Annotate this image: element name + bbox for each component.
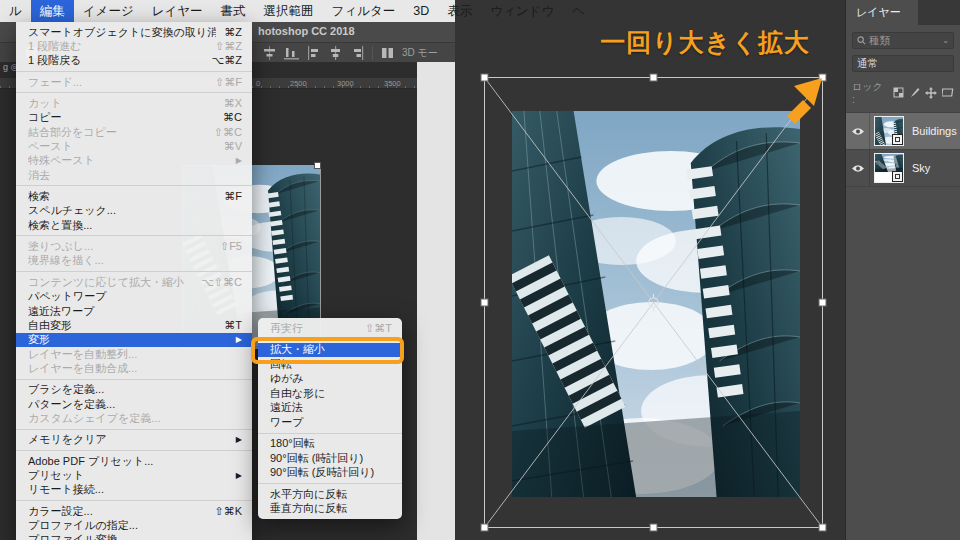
edit-menu-item-9: ペースト⌘V <box>16 139 252 153</box>
edit-menu-item-40[interactable]: プロファイル変換... <box>16 533 252 540</box>
edit-menu-item-13[interactable]: 検索⌘F <box>16 189 252 203</box>
edit-menu-item-11: 消去 <box>16 168 252 182</box>
brush-lock-icon[interactable] <box>909 87 920 98</box>
edit-menu-item-shortcut: ⌘C <box>223 111 242 124</box>
ruler-tick-label: 2500 <box>290 79 307 88</box>
menubar-item-2[interactable]: イメージ <box>74 0 143 22</box>
transform-submenu-item-4[interactable]: ゆがみ <box>258 372 402 387</box>
menubar-item-5[interactable]: 選択範囲 <box>255 0 323 22</box>
layer-name[interactable]: Buildings <box>912 125 957 137</box>
edit-menu-item-2[interactable]: 1 段階戻る⌥⌘Z <box>16 54 252 68</box>
edit-menu-item-label: 特殊ペースト <box>28 153 228 168</box>
edit-menu-item-36[interactable]: リモート接続... <box>16 483 252 497</box>
distribute-horizontal-centers-icon[interactable] <box>328 46 343 60</box>
edit-menu-item-shortcut: ⌘V <box>224 140 242 153</box>
layer-filter-field[interactable]: 種類 ⌄ <box>852 32 954 49</box>
menubar-item-3[interactable]: レイヤー <box>143 0 212 22</box>
align-vertical-centers-icon[interactable] <box>262 46 277 60</box>
edit-menu-separator <box>16 185 252 186</box>
distribute-right-edges-icon[interactable] <box>350 46 365 60</box>
edit-menu-item-39[interactable]: プロファイルの指定... <box>16 518 252 532</box>
edit-menu-item-34[interactable]: Adobe PDF プリセット... <box>16 454 252 468</box>
layer-filter-value: 種類 <box>869 34 939 48</box>
move-lock-icon[interactable] <box>925 87 937 99</box>
transform-submenu-item-label: 水平方向に反転 <box>270 487 392 502</box>
chevron-down-icon: ⌄ <box>942 36 949 45</box>
submenu-arrow-icon: ▶ <box>236 471 242 480</box>
menubar-item-7[interactable]: 3D <box>404 0 438 22</box>
edit-menu-item-29[interactable]: パターンを定義... <box>16 397 252 411</box>
smart-object-badge-icon <box>892 134 903 145</box>
edit-menu-item-label: スマートオブジェクトに変換の取り消し <box>28 25 216 40</box>
artboard-lock-icon[interactable] <box>942 87 954 98</box>
layer-thumbnail[interactable] <box>874 116 904 146</box>
transparency-lock-icon[interactable] <box>893 87 904 98</box>
visibility-toggle[interactable] <box>846 150 870 186</box>
edit-menu-dropdown: スマートオブジェクトに変換の取り消し⌘Z1 段階進む⇧⌘Z1 段階戻る⌥⌘Zフェ… <box>16 22 252 540</box>
window-title: hotoshop CC 2018 <box>258 25 355 37</box>
edit-menu-item-label: 消去 <box>28 168 242 183</box>
layer-row-sky[interactable]: Sky <box>846 150 960 187</box>
transform-overlay <box>455 0 845 540</box>
columns-icon[interactable] <box>380 46 395 60</box>
transform-handle[interactable] <box>314 162 321 169</box>
edit-menu-item-shortcut: ⌘T <box>224 319 242 332</box>
edit-menu-item-label: カラー設定... <box>28 504 206 519</box>
blend-mode-select[interactable]: 通常 <box>852 55 954 72</box>
edit-menu-item-21[interactable]: パペットワープ <box>16 290 252 304</box>
edit-menu-item-shortcut: ⌥⇧⌘C <box>201 276 242 289</box>
edit-menu-item-7[interactable]: コピー⌘C <box>16 111 252 125</box>
edit-menu-item-label: 塗りつぶし... <box>28 239 212 254</box>
edit-menu-item-38[interactable]: カラー設定...⇧⌘K <box>16 504 252 518</box>
edit-menu-item-label: ペースト <box>28 139 216 154</box>
menubar-item-10[interactable]: ヘ <box>563 0 594 22</box>
transform-submenu-item-10[interactable]: 90°回転 (時計回り) <box>258 451 402 466</box>
edit-menu-item-14[interactable]: スペルチェック... <box>16 204 252 218</box>
menubar-item-0[interactable]: ル <box>0 0 31 22</box>
edit-menu-item-35[interactable]: プリセット▶ <box>16 468 252 482</box>
visibility-toggle[interactable] <box>846 113 870 149</box>
ruler-tick-label: 3000 <box>337 79 354 88</box>
transform-submenu-item-9[interactable]: 180°回転 <box>258 437 402 452</box>
layer-row-buildings[interactable]: Buildings <box>846 113 960 150</box>
transform-submenu-item-label: 回転 <box>270 357 392 372</box>
zoomed-canvas: 一回り大きく拡大 <box>455 0 845 540</box>
menubar-item-4[interactable]: 書式 <box>212 0 255 22</box>
layer-name[interactable]: Sky <box>912 162 930 174</box>
transform-submenu-item-7[interactable]: ワープ <box>258 415 402 430</box>
edit-menu-item-28[interactable]: ブラシを定義... <box>16 383 252 397</box>
eye-icon <box>851 127 865 136</box>
edit-menu-item-label: ブラシを定義... <box>28 382 242 397</box>
transform-submenu-item-2[interactable]: 拡大・縮小 <box>258 343 402 358</box>
edit-menu-item-label: 検索と置換... <box>28 218 242 233</box>
edit-menu-item-15[interactable]: 検索と置換... <box>16 218 252 232</box>
menubar-item-1[interactable]: 編集 <box>31 0 74 22</box>
transform-submenu-item-14[interactable]: 垂直方向に反転 <box>258 502 402 517</box>
transform-submenu-item-6[interactable]: 遠近法 <box>258 401 402 416</box>
thumbnail-image <box>875 154 904 172</box>
edit-menu-item-label: レイヤーを自動整列... <box>28 347 242 362</box>
menubar-item-9[interactable]: ウィンドウ <box>481 0 563 22</box>
edit-menu-separator <box>16 379 252 380</box>
transform-submenu-item-label: ゆがみ <box>270 371 392 386</box>
edit-menu-separator <box>16 271 252 272</box>
distribute-left-edges-icon[interactable] <box>306 46 321 60</box>
edit-menu-item-22[interactable]: 遠近法ワープ <box>16 304 252 318</box>
tab-layers[interactable]: レイヤー <box>846 0 918 25</box>
toolbar-divider <box>372 46 373 60</box>
edit-menu-item-24[interactable]: 変形▶ <box>16 333 252 347</box>
edit-menu-item-label: プロファイル変換... <box>28 532 242 540</box>
transform-submenu-item-11[interactable]: 90°回転 (反時計回り) <box>258 466 402 481</box>
edit-menu-item-23[interactable]: 自由変形⌘T <box>16 318 252 332</box>
transform-submenu-item-5[interactable]: 自由な形に <box>258 386 402 401</box>
menubar-item-6[interactable]: フィルター <box>323 0 405 22</box>
edit-menu-item-0[interactable]: スマートオブジェクトに変換の取り消し⌘Z <box>16 25 252 39</box>
edit-menu-item-shortcut: ⌘Z <box>224 26 242 39</box>
align-bottom-edges-icon[interactable] <box>284 46 299 60</box>
edit-menu-item-shortcut: ⌘X <box>224 97 242 110</box>
menubar-item-8[interactable]: 表示 <box>438 0 481 22</box>
edit-menu-item-32[interactable]: メモリをクリア▶ <box>16 433 252 447</box>
transform-submenu-item-13[interactable]: 水平方向に反転 <box>258 487 402 502</box>
layer-thumbnail[interactable] <box>874 153 904 183</box>
transform-submenu-item-3[interactable]: 回転 <box>258 357 402 372</box>
